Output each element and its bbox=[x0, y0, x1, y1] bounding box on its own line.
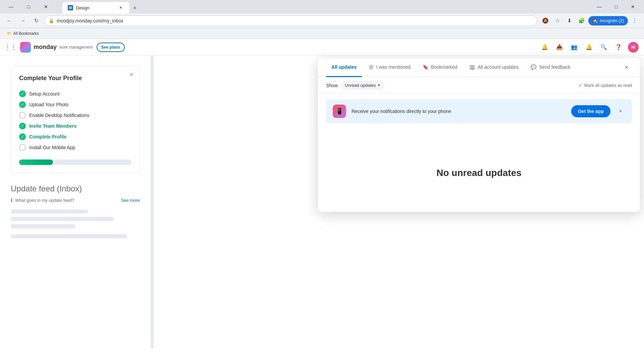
mention-icon: @ bbox=[369, 64, 373, 70]
step-invite-team: ✓ Invite Team Members bbox=[19, 121, 131, 131]
account-updates-label: All account updates bbox=[478, 64, 519, 70]
profile-steps: ✓ Setup Account ✓ Upload Your Photo Enab… bbox=[19, 88, 131, 153]
tab-bookmarked[interactable]: 🔖 Bookmarked bbox=[417, 58, 463, 77]
extension-icon[interactable]: 🧩 bbox=[576, 15, 587, 26]
step-check-pending-icon-2 bbox=[19, 144, 26, 151]
user-avatar[interactable]: M bbox=[628, 42, 639, 53]
inbox-icon[interactable]: 📥 bbox=[554, 42, 565, 53]
building-icon: 🏢 bbox=[469, 64, 475, 70]
browser-titlebar: — □ ✕ M Design × + — □ ✕ bbox=[0, 0, 644, 13]
browser-toolbar: ← → ↻ 🔒 moodjoy.monday.com/my_inbox 🔕 ☆ … bbox=[0, 13, 644, 28]
step-setup-account: ✓ Setup Account bbox=[19, 88, 131, 99]
send-feedback-label: Send feedback bbox=[539, 64, 570, 70]
see-plans-button[interactable]: See plans bbox=[97, 43, 125, 52]
profile-card: × Complete Your Profile ✓ Setup Account … bbox=[11, 66, 140, 173]
step-check-done-icon-4: ✓ bbox=[19, 133, 26, 140]
step-invite-label: Invite Team Members bbox=[29, 123, 76, 129]
profile-card-title: Complete Your Profile bbox=[19, 75, 131, 82]
app-header: ⋮⋮ monday work management See plans 🔔 📥 … bbox=[0, 39, 644, 56]
address-bar[interactable]: 🔒 moodjoy.monday.com/my_inbox bbox=[44, 15, 537, 26]
show-label: Show bbox=[326, 83, 338, 88]
notification-text: Receive your notifications directly to y… bbox=[352, 109, 566, 114]
bookmarked-label: Bookmarked bbox=[431, 64, 458, 70]
invite-icon[interactable]: 🔔 bbox=[584, 42, 594, 53]
eye-off-icon[interactable]: 🔕 bbox=[540, 15, 551, 26]
forward-button[interactable]: → bbox=[17, 15, 28, 26]
incognito-icon: 🕵 bbox=[592, 18, 598, 23]
mark-read-label: Mark all updates as read bbox=[584, 83, 632, 88]
close-window-button[interactable]: ✕ bbox=[38, 1, 54, 12]
panel-divider bbox=[151, 56, 154, 349]
inbox-modal: All updates @ I was mentioned 🔖 Bookmark… bbox=[318, 58, 640, 212]
feedback-icon: 💬 bbox=[531, 64, 536, 70]
maximize-button[interactable]: □ bbox=[21, 1, 36, 12]
step-install-label: Install Our Mobile App bbox=[29, 145, 75, 150]
bookmarks-folder[interactable]: 📁 All Bookmarks bbox=[4, 30, 42, 37]
bell-icon[interactable]: 🔔 bbox=[539, 42, 550, 53]
bookmark-tab-icon: 🔖 bbox=[423, 64, 428, 70]
bookmark-icon[interactable]: ☆ bbox=[552, 15, 563, 26]
win-close[interactable]: ✕ bbox=[625, 1, 641, 12]
step-check-done-icon: ✓ bbox=[19, 90, 26, 97]
incognito-profile-button[interactable]: 🕵 Incognito (2) bbox=[588, 16, 628, 25]
address-text: moodjoy.monday.com/my_inbox bbox=[57, 18, 123, 23]
users-icon[interactable]: 👥 bbox=[569, 42, 580, 53]
help-icon[interactable]: ❓ bbox=[613, 42, 624, 53]
logo-subtitle: work management bbox=[59, 45, 93, 50]
logo-icon bbox=[20, 42, 31, 53]
logo-text: monday bbox=[34, 44, 57, 51]
progress-bar-fill bbox=[19, 160, 53, 165]
sidebar-toggle[interactable]: ⋮⋮ bbox=[5, 42, 16, 53]
step-upload-photo: ✓ Upload Your Photo bbox=[19, 99, 131, 110]
tab-i-was-mentioned[interactable]: @ I was mentioned bbox=[363, 58, 416, 77]
minimize-button[interactable]: — bbox=[3, 1, 19, 12]
step-complete-label: Complete Profile bbox=[29, 134, 66, 139]
checkmark-icon: ✓ bbox=[579, 83, 582, 88]
update-feed-meta: ℹ What goes in my update feed? See more bbox=[11, 197, 140, 203]
progress-bar-container bbox=[19, 160, 131, 165]
profile-card-close-button[interactable]: × bbox=[127, 71, 136, 79]
download-icon[interactable]: ⬇ bbox=[564, 15, 575, 26]
back-button[interactable]: ← bbox=[4, 15, 15, 26]
info-circle-icon: ℹ bbox=[11, 197, 12, 203]
tab-favicon: M bbox=[68, 5, 73, 10]
skeleton-loading bbox=[11, 209, 140, 238]
tab-send-feedback[interactable]: 💬 Send feedback bbox=[525, 58, 576, 77]
step-install-app[interactable]: Install Our Mobile App bbox=[19, 142, 131, 153]
step-upload-label: Upload Your Photo bbox=[29, 102, 68, 107]
notification-banner-close-button[interactable]: × bbox=[616, 107, 625, 116]
refresh-button[interactable]: ↻ bbox=[31, 15, 42, 26]
more-options-icon[interactable]: ⋮ bbox=[629, 15, 640, 26]
mark-all-read-button[interactable]: ✓ Mark all updates as read bbox=[579, 83, 632, 88]
tab-all-account-updates[interactable]: 🏢 All account updates bbox=[464, 58, 524, 77]
win-restore[interactable]: □ bbox=[608, 1, 624, 12]
active-tab[interactable]: M Design × bbox=[62, 2, 129, 13]
no-updates-title: No unread updates bbox=[318, 168, 640, 178]
toolbar-actions: 🔕 ☆ ⬇ 🧩 🕵 Incognito (2) ⋮ bbox=[540, 15, 640, 26]
update-feed-subtitle: (Inbox) bbox=[57, 184, 82, 193]
search-icon[interactable]: 🔍 bbox=[598, 42, 609, 53]
step-enable-notifications[interactable]: Enable Desktop Notifications bbox=[19, 110, 131, 121]
bookmarks-bar: 📁 All Bookmarks bbox=[0, 28, 644, 39]
tab-close-button[interactable]: × bbox=[117, 4, 124, 11]
get-app-button[interactable]: Get the app bbox=[571, 105, 610, 117]
page-content: ⋮⋮ monday work management See plans 🔔 📥 … bbox=[0, 39, 644, 349]
skeleton-line-3 bbox=[11, 224, 75, 228]
tab-all-updates[interactable]: All updates bbox=[326, 58, 362, 77]
win-minimize[interactable]: — bbox=[592, 1, 607, 12]
tab-bar: M Design × + bbox=[59, 0, 589, 13]
inbox-modal-close-button[interactable]: × bbox=[621, 62, 632, 73]
step-check-done-icon-3: ✓ bbox=[19, 123, 26, 129]
see-more-link[interactable]: See more bbox=[121, 198, 140, 203]
update-feed-section: Update feed (Inbox) ℹ What goes in my up… bbox=[11, 184, 140, 238]
new-tab-button[interactable]: + bbox=[129, 3, 140, 13]
step-check-done-icon-2: ✓ bbox=[19, 101, 26, 108]
inbox-modal-header: All updates @ I was mentioned 🔖 Bookmark… bbox=[318, 58, 640, 77]
update-feed-title: Update feed (Inbox) bbox=[11, 184, 140, 193]
no-updates-section: No unread updates bbox=[318, 134, 640, 212]
inbox-content: 📱 Receive your notifications directly to… bbox=[318, 94, 640, 134]
chevron-down-icon: ▾ bbox=[378, 83, 380, 87]
mobile-app-icon: 📱 bbox=[333, 105, 346, 118]
browser-chrome: — □ ✕ M Design × + — □ ✕ ← → ↻ 🔒 moodjoy… bbox=[0, 0, 644, 39]
filter-dropdown[interactable]: Unread updates ▾ bbox=[340, 81, 384, 89]
